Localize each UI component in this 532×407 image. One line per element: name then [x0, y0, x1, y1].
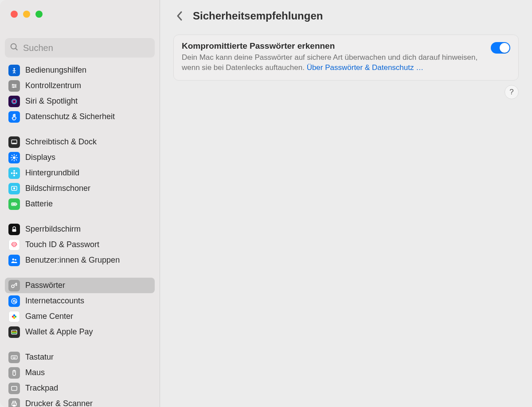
sidebar-item-label: Passwörter — [25, 281, 65, 290]
main-header: Sicherheitsempfehlungen — [160, 0, 532, 32]
svg-rect-41 — [12, 332, 17, 333]
sidebar-item-trackpad[interactable]: Trackpad — [5, 380, 155, 396]
minimize-window-button[interactable] — [23, 11, 30, 18]
benutzer-gruppen-icon — [8, 255, 20, 266]
maus-icon — [8, 367, 20, 379]
sidebar-item-label: Tastatur — [25, 353, 54, 362]
sidebar-item-batterie[interactable]: Batterie — [5, 196, 155, 212]
sidebar-item-label: Bedienungshilfen — [25, 66, 86, 75]
wallet-apple-pay-icon — [8, 326, 20, 338]
sidebar-item-passwoerter[interactable]: Passwörter — [5, 278, 155, 293]
bildschirmschoner-icon — [8, 183, 20, 194]
sidebar-item-game-center[interactable]: Game Center — [5, 309, 155, 324]
passwords-privacy-link[interactable]: Über Passwörter & Datenschutz … — [307, 63, 424, 72]
svg-line-1 — [16, 48, 17, 50]
main-panel: Sicherheitsempfehlungen Kompromittierte … — [160, 0, 532, 407]
svg-rect-50 — [12, 386, 17, 390]
sidebar-item-label: Bildschirmschoner — [25, 184, 90, 193]
sidebar-item-wallet-apple-pay[interactable]: Wallet & Apple Pay — [5, 324, 155, 340]
search-field[interactable] — [5, 38, 155, 58]
sidebar-item-displays[interactable]: Displays — [5, 150, 155, 165]
sidebar-item-schreibtisch-dock[interactable]: Schreibtisch & Dock — [5, 134, 155, 150]
svg-point-33 — [12, 298, 17, 304]
window-controls — [0, 0, 160, 32]
touch-id-passwort-icon — [8, 239, 20, 251]
sidebar-item-label: Sperrbildschirm — [25, 225, 81, 234]
kontrollzentrum-icon — [8, 80, 20, 92]
passwoerter-icon — [8, 280, 20, 291]
card-title: Kompromittierte Passwörter erkennen — [182, 41, 480, 51]
svg-point-3 — [12, 84, 14, 85]
svg-point-7 — [13, 100, 16, 103]
siri-spotlight-icon — [8, 96, 20, 107]
sidebar-item-bedienungshilfen[interactable]: Bedienungshilfen — [5, 62, 155, 78]
svg-point-30 — [12, 258, 15, 260]
svg-rect-27 — [16, 203, 17, 205]
displays-icon — [8, 152, 20, 163]
batterie-icon — [8, 198, 20, 210]
close-window-button[interactable] — [11, 11, 18, 18]
svg-point-4 — [15, 85, 16, 86]
sidebar-item-label: Internetaccounts — [25, 296, 84, 306]
sidebar-item-label: Trackpad — [25, 384, 58, 393]
sidebar-group: PasswörterInternetaccountsGame CenterWal… — [0, 276, 160, 341]
detect-compromised-passwords-toggle[interactable] — [491, 42, 510, 54]
svg-point-38 — [13, 317, 16, 319]
sperrbildschirm-icon — [8, 224, 20, 235]
back-button[interactable] — [173, 7, 187, 25]
svg-rect-40 — [12, 331, 17, 332]
svg-line-15 — [12, 155, 12, 156]
help-button[interactable]: ? — [505, 85, 519, 99]
content: Kompromittierte Passwörter erkennen Dein… — [160, 32, 532, 81]
system-settings-window: BedienungshilfenKontrollzentrumSiri & Sp… — [0, 0, 532, 407]
fullscreen-window-button[interactable] — [35, 11, 43, 18]
sidebar-item-touch-id-passwort[interactable]: Touch ID & Passwort — [5, 237, 155, 252]
svg-point-5 — [13, 86, 14, 88]
sidebar-item-siri-spotlight[interactable]: Siri & Spotlight — [5, 93, 155, 109]
card-description: Dein Mac kann deine Passwörter auf siche… — [182, 53, 480, 73]
sidebar-group: Schreibtisch & DockDisplaysHintergrundbi… — [0, 133, 160, 213]
sidebar-item-internetaccounts[interactable]: Internetaccounts — [5, 293, 155, 309]
svg-rect-52 — [13, 401, 16, 403]
svg-point-25 — [13, 187, 16, 190]
svg-line-16 — [16, 159, 17, 160]
sidebar-item-kontrollzentrum[interactable]: Kontrollzentrum — [5, 78, 155, 93]
sidebar-list[interactable]: BedienungshilfenKontrollzentrumSiri & Sp… — [0, 61, 160, 407]
drucker-scanner-icon — [8, 398, 20, 407]
sidebar-item-maus[interactable]: Maus — [5, 365, 155, 380]
svg-point-37 — [13, 314, 16, 316]
sidebar-item-hintergrundbild[interactable]: Hintergrundbild — [5, 165, 155, 181]
svg-point-32 — [12, 285, 14, 287]
tastatur-icon — [8, 352, 20, 363]
search-input[interactable] — [22, 43, 150, 54]
sidebar-item-sperrbildschirm[interactable]: Sperrbildschirm — [5, 221, 155, 237]
svg-point-0 — [11, 43, 16, 49]
svg-point-21 — [13, 174, 15, 176]
page-title: Sicherheitsempfehlungen — [193, 10, 323, 22]
hintergrundbild-icon — [8, 167, 20, 179]
sidebar: BedienungshilfenKontrollzentrumSiri & Sp… — [0, 0, 160, 407]
sidebar-group: TastaturMausTrackpadDrucker & Scanner — [0, 348, 160, 407]
internetaccounts-icon — [8, 295, 20, 307]
svg-point-19 — [13, 172, 16, 174]
sidebar-item-label: Touch ID & Passwort — [25, 240, 99, 249]
sidebar-item-benutzer-gruppen[interactable]: Benutzer:innen & Gruppen — [5, 252, 155, 268]
svg-rect-29 — [12, 229, 16, 232]
search-wrap — [0, 32, 160, 61]
trackpad-icon — [8, 383, 20, 394]
search-icon — [9, 42, 22, 54]
sidebar-item-drucker-scanner[interactable]: Drucker & Scanner — [5, 396, 155, 407]
question-mark-icon: ? — [509, 88, 513, 97]
sidebar-group: SperrbildschirmTouch ID & PasswortBenutz… — [0, 220, 160, 269]
svg-rect-45 — [14, 357, 15, 357]
svg-rect-46 — [15, 357, 16, 357]
svg-rect-28 — [12, 203, 16, 205]
sidebar-item-tastatur[interactable]: Tastatur — [5, 349, 155, 365]
toggle-knob — [500, 43, 509, 53]
sidebar-item-label: Datenschutz & Sicherheit — [25, 112, 115, 121]
sidebar-item-datenschutz-sicherheit[interactable]: Datenschutz & Sicherheit — [5, 109, 155, 124]
sidebar-item-bildschirmschoner[interactable]: Bildschirmschoner — [5, 181, 155, 196]
datenschutz-sicherheit-icon — [8, 111, 20, 123]
sidebar-item-label: Hintergrundbild — [25, 168, 79, 178]
sidebar-item-label: Siri & Spotlight — [25, 97, 78, 106]
